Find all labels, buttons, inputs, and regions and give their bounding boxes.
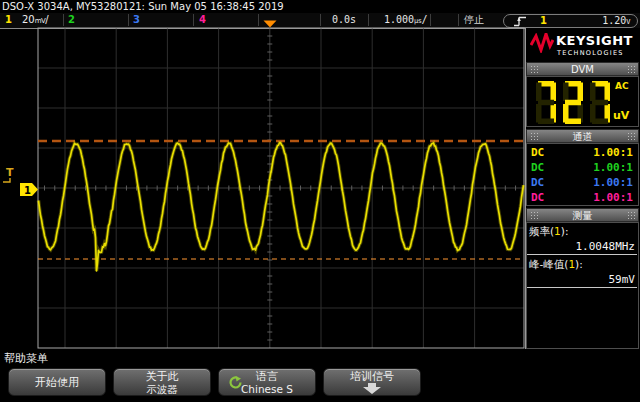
menu-title: 帮助菜单 xyxy=(4,351,48,366)
dvm-mode: AC xyxy=(615,81,629,91)
channel-3-coupling-row: DC1.00:1 xyxy=(531,176,635,189)
measurement-separator xyxy=(527,254,637,255)
grip-dots-icon xyxy=(530,132,538,141)
down-arrow-icon xyxy=(359,383,385,394)
oscilloscope-screen: DSO-X 3034A, MY53280121: Sun May 05 16:3… xyxy=(0,0,640,402)
dvm-seven-segment-display xyxy=(533,78,617,127)
channel-1-coupling-row: DC1.00:1 xyxy=(531,146,635,159)
channel-4-coupling-row: DC1.00:1 xyxy=(531,191,635,204)
channel-2-coupling-row: DC1.00:1 xyxy=(531,161,635,174)
softkey-language[interactable]: 语言 Chinese S xyxy=(218,368,316,396)
svg-text:1: 1 xyxy=(24,185,31,196)
keysight-logo-icon xyxy=(530,33,554,53)
softkey-about-oscilloscope[interactable]: 关于此 示波器 xyxy=(113,368,211,396)
softkey-get-started[interactable]: 开始使用 xyxy=(8,368,106,396)
grip-dots-icon xyxy=(627,132,635,141)
brand-name: KEYSIGHT xyxy=(556,33,633,48)
brand-subtitle: TECHNOLOGIES xyxy=(557,49,624,57)
measurement-frequency-label: 频率(1): xyxy=(529,225,568,239)
grip-dots-icon xyxy=(627,211,635,220)
cycle-icon xyxy=(228,375,243,390)
measurement-vpp-value: 59mV xyxy=(609,273,636,286)
grip-dots-icon xyxy=(530,65,538,74)
dvm-unit: uV xyxy=(613,109,629,122)
svg-text:T: T xyxy=(6,166,14,179)
grip-dots-icon xyxy=(530,211,538,220)
softkey-training-signals[interactable]: 培训信号 xyxy=(323,368,421,396)
channels-panel-header: 通道 xyxy=(526,129,639,143)
measure-panel-header: 测量 xyxy=(526,208,639,222)
measurement-vpp-label: 峰-峰值(1): xyxy=(529,258,583,272)
dvm-panel-header: DVM xyxy=(526,62,639,76)
measurement-separator xyxy=(527,287,637,288)
measurement-frequency-value: 1.0048MHz xyxy=(575,240,635,253)
dvm-panel-body: AC uV xyxy=(526,76,639,127)
grip-dots-icon xyxy=(627,65,635,74)
